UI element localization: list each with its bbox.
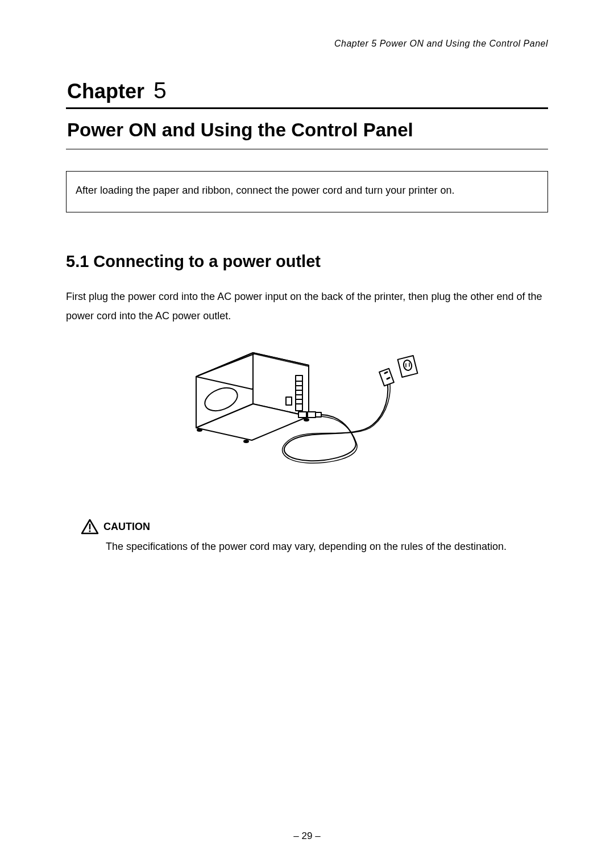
svg-line-22 xyxy=(385,372,387,373)
svg-rect-21 xyxy=(379,369,394,386)
svg-point-17 xyxy=(244,440,248,443)
page: Chapter 5 Power ON and Using the Control… xyxy=(0,0,614,868)
caution-icon xyxy=(81,519,99,535)
page-number: – 29 – xyxy=(0,831,614,842)
section-heading: 5.1 Connecting to a power outlet xyxy=(66,252,548,271)
svg-point-18 xyxy=(304,419,309,421)
svg-line-23 xyxy=(387,378,389,379)
caution-header: CAUTION xyxy=(81,519,548,535)
caution-text: The specifications of the power cord may… xyxy=(106,539,548,554)
intro-box: After loading the paper and ribbon, conn… xyxy=(66,171,548,212)
chapter-heading: Chapter 5 xyxy=(67,77,548,104)
caution-label: CAUTION xyxy=(103,521,150,533)
svg-point-30 xyxy=(89,531,90,532)
svg-rect-19 xyxy=(308,412,316,418)
body-text: First plug the power cord into the AC po… xyxy=(66,287,548,326)
svg-rect-15 xyxy=(298,412,306,418)
svg-rect-20 xyxy=(316,412,321,417)
svg-point-16 xyxy=(197,429,202,431)
figure xyxy=(66,348,548,475)
running-header: Chapter 5 Power ON and Using the Control… xyxy=(66,39,548,49)
chapter-heading-rule xyxy=(66,107,548,109)
printer-plug-illustration xyxy=(185,348,429,473)
chapter-number: 5 xyxy=(154,77,167,103)
svg-rect-14 xyxy=(286,397,292,405)
chapter-title: Power ON and Using the Control Panel xyxy=(67,119,548,141)
caution-block: CAUTION The specifications of the power … xyxy=(81,519,548,554)
chapter-label: Chapter xyxy=(67,80,144,103)
chapter-title-rule xyxy=(66,149,548,149)
